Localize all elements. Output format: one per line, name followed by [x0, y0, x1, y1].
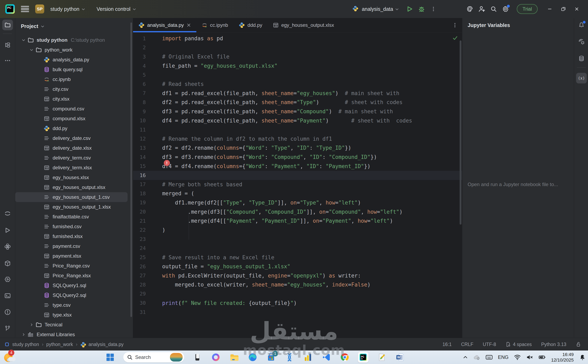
tree-item-delivery-date-xlsx[interactable]: delivery_date.xlsx: [15, 143, 133, 153]
copilot-app[interactable]: [210, 352, 221, 363]
edge-app[interactable]: [247, 352, 258, 363]
line-number[interactable]: 5: [133, 72, 147, 78]
tab-options-button[interactable]: [452, 18, 458, 32]
tree-item-price-range-xlsx[interactable]: Price_Range.xlsx: [15, 271, 133, 280]
tree-item-python-work[interactable]: python_work: [15, 45, 133, 55]
line-number[interactable]: 18: [133, 191, 147, 196]
tab-egy-houses-output-xlsx[interactable]: egy_houses_output.xlsx: [267, 18, 340, 32]
code-line-21[interactable]: 21 .merge(df4[["Payment", "Payment_ID"]]…: [133, 216, 462, 226]
tree-item-compound-csv[interactable]: compound.csv: [15, 104, 133, 114]
line-number[interactable]: 28: [133, 282, 147, 288]
line-number[interactable]: 12: [133, 136, 147, 142]
interpreter-selector[interactable]: Python 3.13: [541, 342, 566, 347]
line-number[interactable]: 21: [133, 218, 147, 224]
project-switcher[interactable]: study python: [50, 6, 85, 12]
code-editor[interactable]: 1import pandas as pd23# Original Excel f…: [133, 32, 462, 338]
terminal-tool-button[interactable]: [2, 290, 13, 301]
tree-item-furnished-xlsx[interactable]: furnished.xlsx: [15, 232, 133, 241]
tray-chevron-up[interactable]: [463, 355, 468, 360]
main-menu-button[interactable]: [21, 6, 29, 12]
code-line-24[interactable]: 24: [133, 244, 462, 253]
restore-button[interactable]: [556, 3, 570, 15]
code-line-12[interactable]: 12# Rename the column in df2 to match th…: [133, 134, 462, 143]
line-number[interactable]: 15: [133, 163, 147, 169]
line-number[interactable]: 25: [133, 254, 147, 260]
debug-button[interactable]: [416, 3, 428, 15]
code-line-9[interactable]: 9df3 = pd.read_excel(file_path, sheet_na…: [133, 107, 462, 116]
code-line-3[interactable]: 3# Original Excel file: [133, 52, 462, 61]
notification-bell-dnd-icon[interactable]: z: [579, 354, 586, 361]
project-tool-button[interactable]: [2, 20, 13, 30]
file-encoding[interactable]: UTF-8: [483, 342, 496, 347]
tree-item-egy-houses-output-1-csv[interactable]: egy_houses_output_1.csv: [15, 192, 127, 202]
code-line-23[interactable]: 23: [133, 234, 462, 244]
chevron-right-icon[interactable]: [30, 323, 33, 326]
code-line-4[interactable]: 4file_path = "egy_houses_output.xlsx": [133, 61, 462, 71]
tree-item-type-csv[interactable]: type.csv: [15, 300, 133, 310]
problems-tool-button[interactable]: [2, 307, 13, 317]
line-number[interactable]: 10: [133, 117, 147, 124]
line-separator[interactable]: CRLF: [461, 342, 473, 347]
tab-ddd-py[interactable]: ddd.py: [234, 18, 267, 32]
tree-item-delivery-date-csv[interactable]: delivery_date.csv: [15, 133, 133, 143]
line-number[interactable]: 7: [133, 90, 147, 96]
line-number[interactable]: 26: [133, 264, 147, 270]
minimize-button[interactable]: [543, 3, 556, 15]
line-number[interactable]: 20: [133, 209, 147, 215]
line-number[interactable]: 11: [133, 127, 147, 133]
breadcrumb-file[interactable]: analysis_data.py: [88, 342, 123, 347]
code-line-15[interactable]: 15df4 = df4.rename(columns={"Word": "Pay…: [133, 162, 462, 171]
chrome-app[interactable]: [340, 352, 350, 363]
line-number[interactable]: 13: [133, 145, 147, 151]
code-line-30[interactable]: 30print(f" New file created: {output_fil…: [133, 298, 462, 308]
tree-item-delivery-term-xlsx[interactable]: delivery_term.xlsx: [15, 163, 133, 173]
line-number[interactable]: 22: [133, 227, 147, 233]
microsoft-store-app[interactable]: 1: [266, 352, 276, 363]
line-number[interactable]: 24: [133, 245, 147, 251]
tree-item-city-csv[interactable]: city.csv: [15, 84, 133, 94]
line-number[interactable]: 9: [133, 109, 147, 115]
volume-muted-icon[interactable]: [526, 354, 533, 361]
tab-analysis-data-py[interactable]: analysis_data.py: [133, 18, 196, 32]
services-tool-button[interactable]: [2, 274, 13, 285]
line-number[interactable]: 6: [133, 81, 147, 87]
code-line-20[interactable]: 20 .merge(df3[["Compound", "Compound_ID"…: [133, 207, 462, 216]
touch-keyboard-icon[interactable]: [486, 354, 493, 361]
search-everywhere-button[interactable]: [488, 3, 500, 15]
line-number[interactable]: 16: [133, 172, 147, 178]
chevron-right-icon[interactable]: [22, 333, 25, 336]
indent-style[interactable]: 4 spaces: [506, 342, 532, 347]
run-button[interactable]: [404, 3, 416, 15]
project-scrollbar[interactable]: [130, 22, 132, 317]
line-number[interactable]: 3: [133, 54, 147, 60]
tree-item-finalfacttable-csv[interactable]: finalfacttable.csv: [15, 212, 133, 222]
pycharm-app-active[interactable]: PC: [358, 352, 368, 363]
breadcrumb-folder[interactable]: python_work: [46, 342, 73, 347]
tree-item-sqlquery1-sql[interactable]: SQLQuery1.sql: [15, 280, 133, 290]
project-panel-header[interactable]: Project: [15, 18, 133, 34]
ssms-app[interactable]: [284, 352, 295, 363]
tree-item-city-xlsx[interactable]: city.xlsx: [15, 94, 133, 104]
run-configuration-selector[interactable]: analysis_data: [362, 6, 398, 12]
language-indicator[interactable]: ENG: [498, 354, 508, 360]
read-write-lock-icon[interactable]: [576, 342, 581, 347]
code-line-11[interactable]: 11: [133, 125, 462, 134]
tree-item-ddd-py[interactable]: ddd.py: [15, 124, 133, 133]
phone-link-app[interactable]: [192, 352, 203, 363]
code-line-28[interactable]: 28 merged.to_excel(writer, sheet_name="e…: [133, 280, 462, 289]
line-number[interactable]: 17: [133, 181, 147, 187]
code-line-1[interactable]: 1import pandas as pd: [133, 34, 462, 43]
chevron-down-icon[interactable]: [22, 38, 25, 42]
code-line-8[interactable]: 8df2 = pd.read_excel(file_path, sheet_na…: [133, 98, 462, 107]
run-tool-button[interactable]: [2, 225, 13, 236]
tab-cc-ipynb[interactable]: cc.ipynb: [196, 18, 234, 32]
tree-item-egy-houses-output-xlsx[interactable]: egy_houses_output.xlsx: [15, 182, 133, 192]
clock[interactable]: 16:49 12/10/2025: [551, 352, 574, 363]
line-number[interactable]: 23: [133, 236, 147, 242]
word-app[interactable]: W: [395, 352, 405, 363]
battery-icon[interactable]: [538, 354, 546, 361]
code-line-25[interactable]: 25# Save result into a new Excel file: [133, 253, 462, 262]
close-button[interactable]: [570, 3, 583, 15]
vcs-menu[interactable]: Version control: [97, 6, 136, 12]
wifi-icon[interactable]: [514, 354, 521, 361]
